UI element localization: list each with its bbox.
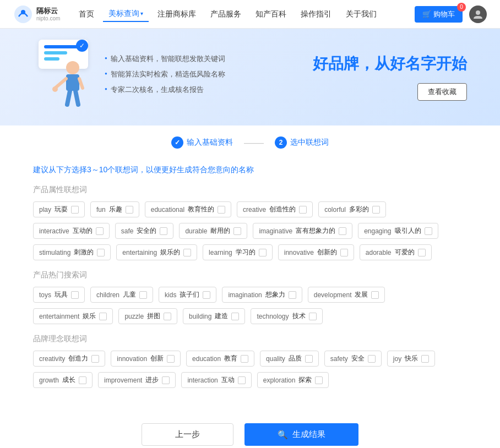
tag-zh: 进步	[145, 375, 159, 385]
tag-checkbox[interactable]	[340, 249, 348, 256]
tag-checkbox[interactable]	[421, 355, 429, 363]
tag-item[interactable]: innovation 创新	[111, 351, 181, 367]
logo-name: 隔标云	[36, 7, 60, 15]
tag-zh: 拼图	[147, 312, 160, 321]
tag-checkbox[interactable]	[259, 249, 267, 256]
tag-item[interactable]: children 儿童	[90, 287, 153, 303]
tag-item[interactable]: imagination 想象力	[222, 287, 302, 303]
tag-item[interactable]: improvement 进步	[98, 372, 176, 388]
tag-checkbox[interactable]	[162, 376, 170, 384]
tag-item[interactable]: educational 教育性的	[145, 201, 231, 217]
tag-checkbox[interactable]	[305, 355, 313, 363]
nav-product-service[interactable]: 产品服务	[205, 7, 247, 21]
tag-item[interactable]: play 玩耍	[33, 201, 85, 217]
user-avatar[interactable]	[469, 6, 487, 23]
tag-item[interactable]: growth 成长	[33, 372, 93, 388]
banner-point-2: 智能算法实时检索，精选低风险名称	[105, 69, 225, 79]
tag-checkbox[interactable]	[372, 206, 380, 214]
tag-checkbox[interactable]	[339, 227, 346, 235]
tag-checkbox[interactable]	[91, 355, 99, 363]
tag-checkbox[interactable]	[126, 206, 133, 214]
tag-en: interaction	[187, 376, 218, 384]
nav-trademark-query[interactable]: 美标查询 ▾	[103, 7, 149, 22]
tag-en: imagination	[228, 291, 262, 299]
tag-item[interactable]: exploration 探索	[257, 372, 329, 388]
tag-zh: 成长	[62, 375, 75, 385]
tag-item[interactable]: imaginative 富有想象力的	[253, 223, 352, 239]
tag-item[interactable]: creativity 创造力	[33, 351, 105, 367]
svg-point-1	[21, 10, 25, 14]
tag-checkbox[interactable]	[299, 206, 307, 214]
tag-item[interactable]: interactive 互动的	[33, 223, 110, 239]
tag-checkbox[interactable]	[425, 227, 432, 235]
cart-button[interactable]: 🛒 购物车 0	[415, 6, 463, 23]
tag-item[interactable]: stimulating 刺激的	[33, 244, 111, 260]
tag-checkbox[interactable]	[183, 249, 191, 256]
tag-item[interactable]: durable 耐用的	[179, 223, 247, 239]
tag-zh: 探索	[298, 375, 312, 385]
tag-checkbox[interactable]	[164, 313, 171, 320]
tag-item[interactable]: learning 学习的	[203, 244, 273, 260]
tag-en: engaging	[364, 227, 391, 235]
tag-checkbox[interactable]	[99, 313, 107, 320]
tag-item[interactable]: engaging 吸引人的	[358, 223, 438, 239]
nav-about[interactable]: 关于我们	[340, 7, 382, 21]
tag-item[interactable]: education 教育	[186, 351, 254, 367]
tag-checkbox[interactable]	[418, 249, 426, 256]
tag-checkbox[interactable]	[203, 291, 210, 299]
tag-checkbox[interactable]	[139, 291, 147, 299]
tag-item[interactable]: joy 快乐	[387, 351, 435, 367]
tag-item[interactable]: building 建造	[183, 308, 245, 324]
svg-point-9	[52, 86, 58, 92]
tag-checkbox[interactable]	[368, 355, 376, 363]
tag-item[interactable]: safe 安全的	[115, 223, 174, 239]
tag-item[interactable]: interaction 互动	[181, 372, 251, 388]
tag-checkbox[interactable]	[233, 227, 241, 235]
prev-button[interactable]: 上一步	[142, 423, 233, 446]
logo[interactable]: 隔标云 nipto.com	[13, 4, 60, 24]
tag-checkbox[interactable]	[315, 376, 323, 384]
svg-line-5	[55, 79, 66, 88]
tag-item[interactable]: quality 品质	[260, 351, 319, 367]
tag-item[interactable]: fun 乐趣	[90, 201, 139, 217]
tag-checkbox[interactable]	[79, 376, 86, 384]
tag-checkbox[interactable]	[309, 313, 317, 320]
nav-trademark-library[interactable]: 注册商标库	[152, 7, 202, 21]
tag-item[interactable]: adorable 可爱的	[360, 244, 432, 260]
tag-item[interactable]: entertaining 娱乐的	[116, 244, 197, 260]
tag-item[interactable]: innovative 创新的	[278, 244, 354, 260]
nav-guide[interactable]: 操作指引	[295, 7, 337, 21]
tag-checkbox[interactable]	[231, 313, 239, 320]
tag-checkbox[interactable]	[238, 376, 246, 384]
tag-checkbox[interactable]	[241, 355, 248, 363]
header: 隔标云 nipto.com 首页 美标查询 ▾ 注册商标库 产品服务 知产百科 …	[0, 0, 500, 29]
tag-item[interactable]: puzzle 拼图	[118, 308, 177, 324]
tag-item[interactable]: development 发展	[308, 287, 385, 303]
banner-left: ✓ 输入基础资料，智能联想发散关键词 智能算法实时检索，精选低风险名称 专家二次…	[33, 40, 250, 114]
view-favorites-button[interactable]: 查看收藏	[417, 83, 467, 101]
tag-item[interactable]: entertainment 娱乐	[33, 308, 113, 324]
generate-button[interactable]: 🔍 生成结果	[244, 423, 358, 446]
tag-checkbox[interactable]	[218, 206, 225, 214]
tag-checkbox[interactable]	[371, 291, 379, 299]
tag-en: colorful	[324, 206, 346, 214]
tag-checkbox[interactable]	[96, 227, 104, 235]
tag-en: fun	[96, 206, 106, 214]
tag-item[interactable]: technology 技术	[251, 308, 322, 324]
step-2: 2 选中联想词	[275, 136, 329, 149]
tag-checkbox[interactable]	[71, 291, 79, 299]
nav-home[interactable]: 首页	[73, 7, 100, 21]
tag-item[interactable]: colorful 多彩的	[318, 201, 386, 217]
tag-zh: 互动	[221, 375, 235, 385]
tag-item[interactable]: safety 安全	[324, 351, 382, 367]
tag-checkbox[interactable]	[160, 227, 167, 235]
tag-item[interactable]: kids 孩子们	[159, 287, 216, 303]
tag-checkbox[interactable]	[167, 355, 175, 363]
tag-checkbox[interactable]	[289, 291, 296, 299]
tag-item[interactable]: toys 玩具	[33, 287, 85, 303]
nav-knowledge[interactable]: 知产百科	[250, 7, 292, 21]
tag-checkbox[interactable]	[97, 249, 105, 256]
tag-zh: 创造性的	[269, 205, 296, 214]
tag-item[interactable]: creative 创造性的	[237, 201, 313, 217]
tag-checkbox[interactable]	[71, 206, 79, 214]
